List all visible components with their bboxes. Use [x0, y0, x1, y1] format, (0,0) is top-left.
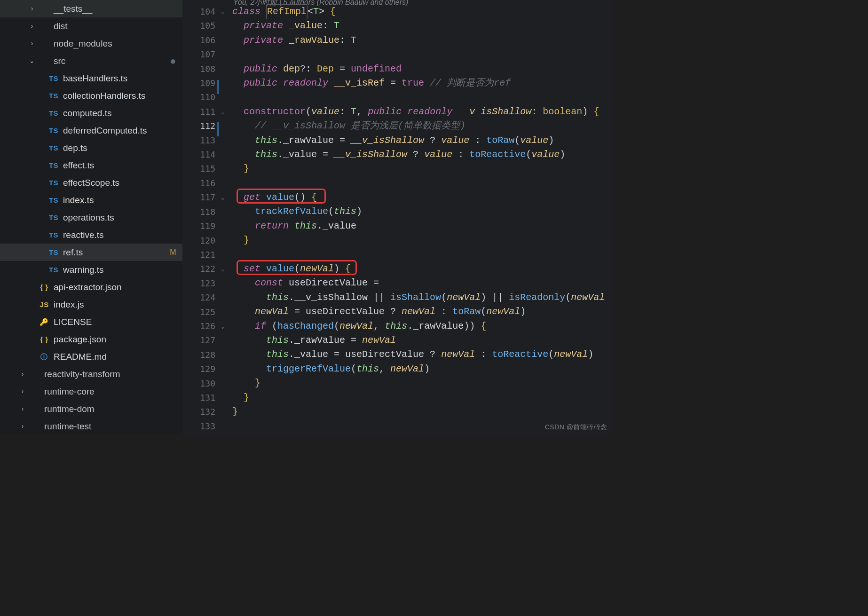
file-index.ts[interactable]: TSindex.ts: [0, 191, 182, 209]
file-effectScope.ts[interactable]: TSeffectScope.ts: [0, 174, 182, 191]
file-api-extractor.json[interactable]: { }api-extractor.json: [0, 278, 182, 296]
code-line[interactable]: newVal = useDirectValue ? newVal : toRaw…: [232, 305, 612, 319]
file-index.js[interactable]: JSindex.js: [0, 296, 182, 313]
code-line[interactable]: return this._value: [232, 219, 612, 233]
code-line[interactable]: private _rawValue: T: [232, 33, 612, 47]
code-line[interactable]: this._rawValue = __v_isShallow ? value :…: [232, 134, 612, 148]
ts-icon: TS: [48, 261, 59, 278]
tree-item-label: index.ts: [63, 191, 178, 209]
fold-toggle[interactable]: ⌄: [221, 190, 228, 205]
fold-toggle: [221, 405, 228, 419]
line-number[interactable]: 132: [182, 405, 215, 419]
tree-item-label: reactivity-transform: [44, 365, 178, 383]
folder-node_modules[interactable]: ›node_modules: [0, 35, 182, 52]
code-line[interactable]: this._value = __v_isShallow ? value : to…: [232, 148, 612, 162]
line-number[interactable]: 131: [182, 391, 215, 405]
line-number[interactable]: 124: [182, 291, 215, 305]
fold-toggle[interactable]: ⌄: [221, 262, 228, 276]
code-line[interactable]: triggerRefValue(this, newVal): [232, 362, 612, 376]
line-number-gutter[interactable]: 1041051061071081091101111121131141151161…: [182, 5, 215, 434]
line-number[interactable]: 112: [182, 119, 215, 133]
fold-gutter[interactable]: ⌄⌄⌄⌄⌄: [221, 5, 228, 434]
folder-__tests__[interactable]: ›__tests__: [0, 0, 182, 17]
line-number[interactable]: 104: [182, 5, 215, 19]
line-number[interactable]: 114: [182, 148, 215, 162]
fold-toggle[interactable]: ⌄: [221, 5, 228, 19]
fold-toggle: [221, 291, 228, 305]
line-number[interactable]: 122: [182, 262, 215, 276]
line-number[interactable]: 106: [182, 33, 215, 47]
code-line[interactable]: if (hasChanged(newVal, this._rawValue)) …: [232, 319, 612, 333]
fold-toggle[interactable]: ⌄: [221, 105, 228, 119]
fold-toggle: [221, 33, 228, 47]
fold-toggle: [221, 248, 228, 262]
code-line[interactable]: }: [232, 233, 612, 247]
line-number[interactable]: 120: [182, 234, 215, 248]
line-number[interactable]: 116: [182, 176, 215, 190]
line-number[interactable]: 119: [182, 219, 215, 233]
folder-runtime-test[interactable]: ›runtime-test: [0, 418, 182, 434]
code-line[interactable]: private _value: T: [232, 19, 612, 33]
modified-indicator: [217, 122, 219, 136]
code-line[interactable]: this._rawValue = newVal: [232, 333, 612, 347]
file-computed.ts[interactable]: TScomputed.ts: [0, 104, 182, 122]
code-line[interactable]: trackRefValue(this): [232, 205, 612, 219]
file-README.md[interactable]: ⓘREADME.md: [0, 348, 182, 365]
file-baseHandlers.ts[interactable]: TSbaseHandlers.ts: [0, 70, 182, 87]
folder-reactivity-transform[interactable]: ›reactivity-transform: [0, 365, 182, 383]
code-line[interactable]: public readonly __v_isRef = true // 判断是否…: [232, 76, 612, 90]
line-number[interactable]: 127: [182, 333, 215, 347]
code-line[interactable]: [232, 90, 612, 104]
code-line[interactable]: const useDirectValue =: [232, 276, 612, 290]
line-number[interactable]: 107: [182, 47, 215, 62]
fold-toggle[interactable]: ⌄: [221, 319, 228, 333]
line-number[interactable]: 108: [182, 62, 215, 76]
line-number[interactable]: 113: [182, 134, 215, 148]
code-line[interactable]: public dep?: Dep = undefined: [232, 62, 612, 76]
line-number[interactable]: 105: [182, 19, 215, 33]
folder-src[interactable]: ⌄src●: [0, 52, 182, 70]
line-number[interactable]: 110: [182, 90, 215, 104]
file-collectionHandlers.ts[interactable]: TScollectionHandlers.ts: [0, 87, 182, 104]
line-number[interactable]: 126: [182, 319, 215, 333]
code-line[interactable]: }: [232, 391, 612, 405]
line-number[interactable]: 115: [182, 162, 215, 176]
code-content[interactable]: class RefImpl<T> { private _value: T pri…: [232, 5, 612, 434]
line-number[interactable]: 118: [182, 205, 215, 219]
code-line[interactable]: }: [232, 376, 612, 390]
line-number[interactable]: 125: [182, 305, 215, 319]
line-number[interactable]: 111: [182, 105, 215, 119]
tree-item-label: node_modules: [54, 35, 178, 52]
fold-toggle: [221, 148, 228, 162]
code-editor[interactable]: You, 2小时前 | 5 authors (Robbin Baauw and …: [182, 0, 612, 434]
file-warning.ts[interactable]: TSwarning.ts: [0, 261, 182, 278]
file-operations.ts[interactable]: TSoperations.ts: [0, 209, 182, 226]
folder-runtime-dom[interactable]: ›runtime-dom: [0, 400, 182, 418]
code-line[interactable]: this.__v_isShallow || isShallow(newVal) …: [232, 291, 612, 305]
code-line[interactable]: // __v_isShallow 是否为浅层(简单数据类型): [232, 119, 612, 133]
file-explorer[interactable]: ›__tests__›dist›node_modules⌄src●TSbaseH…: [0, 0, 182, 434]
code-line[interactable]: }: [232, 405, 612, 419]
code-line[interactable]: class RefImpl<T> {: [232, 5, 612, 19]
line-number[interactable]: 123: [182, 276, 215, 291]
file-dep.ts[interactable]: TSdep.ts: [0, 139, 182, 157]
folder-dist[interactable]: ›dist: [0, 17, 182, 35]
file-deferredComputed.ts[interactable]: TSdeferredComputed.ts: [0, 122, 182, 139]
file-ref.ts[interactable]: TSref.tsM: [0, 244, 182, 261]
line-number[interactable]: 109: [182, 76, 215, 90]
file-LICENSE[interactable]: 🔑LICENSE: [0, 313, 182, 331]
folder-runtime-core[interactable]: ›runtime-core: [0, 383, 182, 400]
code-line[interactable]: constructor(value: T, public readonly __…: [232, 105, 612, 119]
file-reactive.ts[interactable]: TSreactive.ts: [0, 226, 182, 244]
line-number[interactable]: 117: [182, 190, 215, 205]
line-number[interactable]: 133: [182, 419, 215, 434]
code-line[interactable]: [232, 47, 612, 62]
line-number[interactable]: 121: [182, 248, 215, 262]
file-effect.ts[interactable]: TSeffect.ts: [0, 157, 182, 174]
file-package.json[interactable]: { }package.json: [0, 331, 182, 348]
code-line[interactable]: }: [232, 162, 612, 176]
line-number[interactable]: 128: [182, 348, 215, 362]
line-number[interactable]: 129: [182, 362, 215, 376]
line-number[interactable]: 130: [182, 377, 215, 391]
code-line[interactable]: this._value = useDirectValue ? newVal : …: [232, 347, 612, 362]
